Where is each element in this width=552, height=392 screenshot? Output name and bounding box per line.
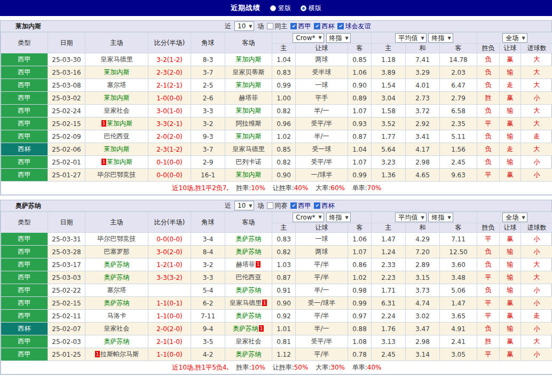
team-name-link[interactable]: 赫塔菲 <box>239 94 258 101</box>
team-name-link[interactable]: 皇家贝蒂斯 <box>233 68 265 76</box>
odds-home: 1.04 <box>272 53 296 66</box>
checkbox-same-home[interactable]: 同主 <box>267 22 287 31</box>
team-name-link[interactable]: 赫塔菲 <box>236 261 255 268</box>
team-name-link[interactable]: 奥萨苏纳 <box>104 338 130 345</box>
team-name-link[interactable]: 奥萨苏纳 <box>104 299 130 307</box>
checkbox-icon[interactable] <box>267 202 273 209</box>
checkbox-copa[interactable]: ✔ 西杯 <box>314 22 334 31</box>
odds-away: 0.99 <box>348 297 372 310</box>
odds-handicap: 半/一 <box>296 105 348 117</box>
team-name-link[interactable]: 莱加内斯 <box>104 145 130 153</box>
checkbox-checked-icon[interactable]: ✔ <box>314 202 320 209</box>
scope-select[interactable]: 全场▼ <box>502 213 527 222</box>
final-odds-select[interactable]: 终指▼ <box>326 33 351 43</box>
final-odds-select[interactable]: 终指▼ <box>428 33 453 43</box>
team-name-link[interactable]: 莱加内斯 <box>236 107 262 114</box>
match-date: 25-03-28 <box>48 246 85 258</box>
final-odds-select[interactable]: 终指▼ <box>326 213 351 222</box>
score-halftime: 1-0(0-0) <box>148 92 191 105</box>
result-goals: 小 <box>521 156 552 169</box>
team-name-link[interactable]: 奥萨苏纳 <box>104 261 130 268</box>
odds-handicap: 两球 <box>296 53 348 66</box>
bookmaker-select[interactable]: Crow*▼ <box>293 33 324 43</box>
team-name-link[interactable]: 皇家马德里 <box>230 299 262 307</box>
corners: 3-5 <box>191 335 225 348</box>
recent-count-select[interactable]: 10 ▼ <box>234 201 254 210</box>
odds-handicap: 受平/半 <box>296 156 348 169</box>
team-name-link[interactable]: 奥萨苏纳 <box>233 325 258 332</box>
team-name-link[interactable]: 皇家社会 <box>104 107 130 114</box>
team-name-link[interactable]: 皇家马德里 <box>233 145 265 153</box>
team-name-link[interactable]: 莱加内斯 <box>236 56 262 63</box>
team-name-link[interactable]: 巴列卡诺 <box>236 158 262 166</box>
avg-draw: 2.73 <box>406 92 440 105</box>
scope-select[interactable]: 全场▼ <box>502 33 527 43</box>
result-wdl: 平 <box>477 233 500 246</box>
odds-controls-cell: Crow*▼ 终指▼ <box>272 33 372 44</box>
checkbox-friendly[interactable]: ✔ 球会友谊 <box>337 22 370 31</box>
team-name-link[interactable]: 莱加内斯 <box>104 94 130 101</box>
team-name-link[interactable]: 塞尔塔 <box>107 286 127 294</box>
checkbox-same-competition[interactable]: 同赛 <box>267 201 287 210</box>
avg-away: 4.91 <box>440 323 477 335</box>
team-name-link[interactable]: 莱加内斯 <box>236 132 262 140</box>
col-header-result: 胜负 <box>477 223 500 233</box>
team-name-link[interactable]: 阿拉维斯 <box>236 120 262 127</box>
avg-draw: 3.72 <box>406 105 440 117</box>
team-name-link[interactable]: 莱加内斯 <box>107 158 132 166</box>
team-name-link[interactable]: 莱加内斯 <box>236 171 262 178</box>
checkbox-checked-icon[interactable]: ✔ <box>337 23 344 29</box>
checkbox-copa[interactable]: ✔ 西杯 <box>314 201 334 210</box>
team-name-link[interactable]: 皇家社会 <box>236 338 262 345</box>
team-name-link[interactable]: 奥萨苏纳 <box>236 235 262 242</box>
checkbox-checked-icon[interactable]: ✔ <box>314 23 320 29</box>
summary-label: 让胜率: <box>273 364 294 371</box>
avg-home: 1.47 <box>372 233 406 246</box>
team-name-link[interactable]: 巴伦西亚 <box>104 132 130 140</box>
bookmaker-select[interactable]: Crow*▼ <box>293 213 324 222</box>
team-name-link[interactable]: 毕尔巴鄂竞技 <box>98 235 136 242</box>
team-name-link[interactable]: 巴塞罗那 <box>104 248 130 255</box>
team-name-link[interactable]: 皇家社会 <box>104 325 130 332</box>
team-name-link[interactable]: 奥萨苏纳 <box>104 273 130 281</box>
team-name-link[interactable]: 拉斯帕尔马斯 <box>100 350 139 358</box>
checkbox-checked-icon[interactable]: ✔ <box>290 23 297 29</box>
team-name-link[interactable]: 巴伦西亚 <box>236 273 262 281</box>
average-select[interactable]: 平均值▼ <box>395 213 426 222</box>
team-name-link[interactable]: 皇家马德里 <box>101 56 133 63</box>
radio-circle-icon[interactable] <box>270 5 276 11</box>
match-date: 25-02-01 <box>48 156 85 169</box>
team-name-link[interactable]: 奥萨苏纳 <box>236 286 262 294</box>
team-name-link[interactable]: 莱加内斯 <box>107 120 132 127</box>
radio-selected-circle-icon[interactable] <box>301 5 306 11</box>
average-select[interactable]: 平均值▼ <box>395 33 426 43</box>
team-name-link[interactable]: 奥萨苏纳 <box>236 350 262 358</box>
checkbox-checked-icon[interactable]: ✔ <box>290 202 297 209</box>
chevron-down-icon: ▼ <box>345 36 349 41</box>
radio-vertical-layout[interactable]: 竖版 <box>270 4 291 13</box>
team-name-link[interactable]: 莱加内斯 <box>104 68 130 76</box>
team-name-link[interactable]: 奥萨苏纳 <box>236 248 262 255</box>
check-icon: ✔ <box>339 24 343 29</box>
final-odds-select[interactable]: 终指▼ <box>428 213 453 222</box>
score-halftime: 3-3(2-1) <box>148 117 191 130</box>
result-handicap: 赢 <box>500 169 521 182</box>
result-goals: 大 <box>521 117 552 130</box>
league-type-badge: 西甲 <box>1 258 48 271</box>
result-wdl: 负 <box>477 143 500 156</box>
col-header-handicap-result: 让球 <box>500 44 521 53</box>
recent-count-select[interactable]: 10 ▼ <box>234 21 254 31</box>
checkbox-icon[interactable] <box>267 23 273 29</box>
checkbox-laliga[interactable]: ✔ 西甲 <box>290 22 311 31</box>
score-halftime <box>148 284 191 297</box>
checkbox-laliga[interactable]: ✔ 西甲 <box>290 201 311 210</box>
team-name-link[interactable]: 马洛卡 <box>107 312 127 319</box>
radio-horizontal-layout[interactable]: 横版 <box>301 4 321 13</box>
team-name-link[interactable]: 毕尔巴鄂竞技 <box>98 171 136 178</box>
team-name-link[interactable]: 塞尔塔 <box>107 81 127 89</box>
team-name-link[interactable]: 莱加内斯 <box>236 81 262 89</box>
odds-away: 0.78 <box>348 348 372 361</box>
top-bar: 近期战绩 竖版 横版 <box>0 0 552 16</box>
team-name-link[interactable]: 奥萨苏纳 <box>236 312 262 319</box>
match-date: 25-03-16 <box>48 66 85 79</box>
